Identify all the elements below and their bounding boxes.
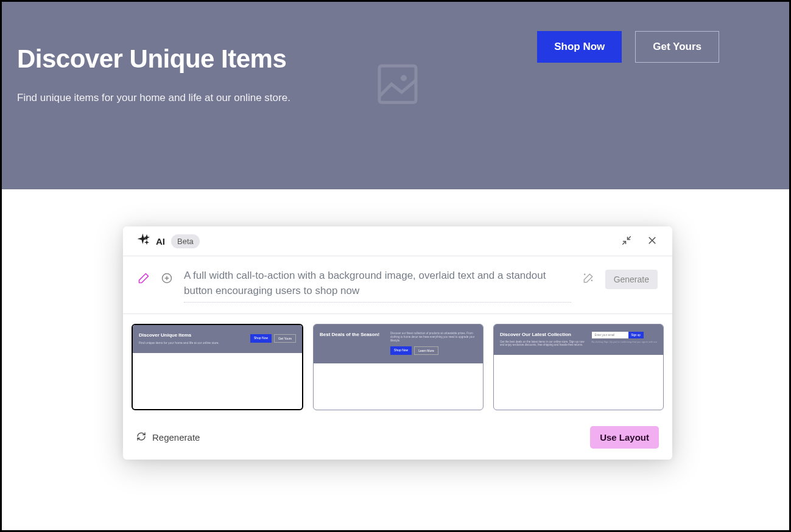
preview-secondary-btn: Learn More: [414, 346, 438, 355]
preview-title: Best Deals of the Season!: [320, 332, 379, 338]
layout-preview: Best Deals of the Season! Discover our f…: [314, 324, 483, 363]
preview-submit-btn: Sign up: [628, 332, 644, 338]
preview-primary-btn: Shop Now: [390, 346, 412, 355]
hero-button-group: Shop Now Get Yours: [537, 31, 719, 63]
minimize-button[interactable]: [621, 235, 632, 248]
minimize-icon: [621, 235, 632, 248]
get-yours-button[interactable]: Get Yours: [635, 31, 719, 63]
layout-option-3[interactable]: Discover Our Latest Collection Get the b…: [493, 324, 664, 410]
shop-now-button[interactable]: Shop Now: [537, 31, 622, 63]
layout-preview: Discover Our Latest Collection Get the b…: [494, 324, 663, 355]
beta-badge: Beta: [171, 234, 200, 248]
sparkle-icon: [138, 234, 150, 248]
plus-circle-icon[interactable]: [161, 272, 173, 287]
ai-header-left: AI Beta: [138, 234, 200, 248]
hero-text-group: Discover Unique Items Find unique items …: [17, 44, 290, 104]
refresh-icon: [136, 432, 146, 443]
ai-label: AI: [156, 236, 165, 247]
ai-header-right: [621, 235, 658, 248]
image-placeholder-icon: [373, 60, 422, 111]
preview-subtitle: Discover our finest collection of produc…: [390, 332, 477, 343]
svg-point-1: [401, 75, 407, 81]
hero-subtitle: Find unique items for your home and life…: [17, 92, 290, 104]
ai-panel-footer: Regenerate Use Layout: [123, 420, 672, 460]
preview-subtitle: Find unique items for your home and life…: [139, 341, 219, 345]
preview-email-input: Enter your email: [592, 332, 628, 338]
preview-title: Discover Our Latest Collection: [500, 332, 586, 337]
preview-secondary-btn: Get Yours: [274, 334, 296, 343]
layout-preview: Discover Unique Items Find unique items …: [133, 325, 302, 353]
use-layout-button[interactable]: Use Layout: [590, 426, 659, 449]
preview-primary-btn: Shop Now: [250, 334, 272, 343]
hero-title: Discover Unique Items: [17, 44, 290, 74]
preview-subtitle: Get the best deals on the latest items i…: [500, 340, 586, 346]
wand-icon[interactable]: [582, 272, 594, 287]
layout-option-1[interactable]: Discover Unique Items Find unique items …: [132, 324, 303, 410]
ai-prompt-row: A full width call-to-action with a backg…: [123, 256, 672, 314]
layout-options: Discover Unique Items Find unique items …: [123, 314, 672, 420]
close-icon: [647, 235, 658, 248]
close-button[interactable]: [647, 235, 658, 248]
generate-button[interactable]: Generate: [605, 270, 658, 289]
regenerate-button[interactable]: Regenerate: [136, 432, 200, 443]
ai-panel-header: AI Beta: [123, 226, 672, 256]
preview-title: Discover Unique Items: [139, 332, 219, 338]
preview-note: By clicking Sign Up you're confirming th…: [592, 340, 657, 343]
pencil-icon[interactable]: [138, 272, 150, 287]
layout-option-2[interactable]: Best Deals of the Season! Discover our f…: [313, 324, 483, 410]
prompt-input[interactable]: A full width call-to-action with a backg…: [184, 268, 571, 303]
regenerate-label: Regenerate: [152, 432, 200, 443]
hero-section: Discover Unique Items Find unique items …: [2, 2, 789, 189]
ai-panel: AI Beta: [123, 226, 672, 460]
